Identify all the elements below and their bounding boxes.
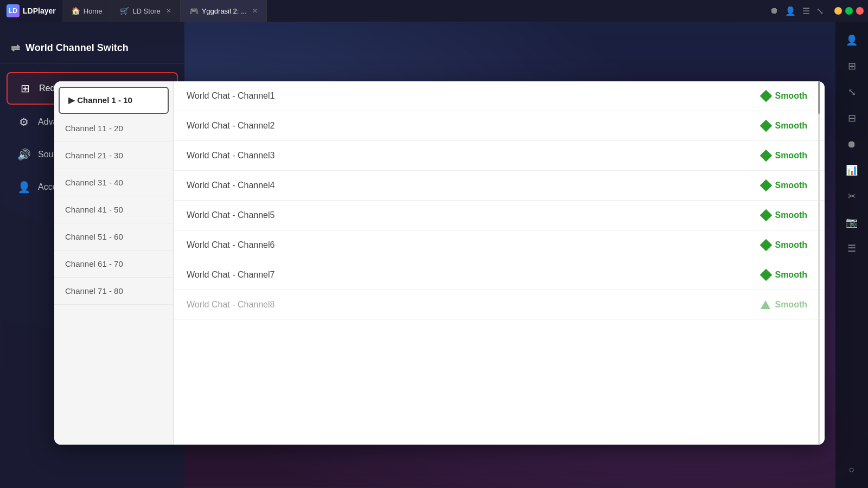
tab-yggdrasil[interactable]: 🎮 Yggdrasil 2: ... ✕ [181,0,267,22]
rs-grid-icon[interactable]: ⊞ [840,54,864,78]
tab-ldstore-label: LD Store [132,7,160,15]
status-icon-7 [760,269,773,281]
rs-layout-icon[interactable]: ⊟ [840,106,864,130]
channel-overlay: Channel 1 - 10 Channel 11 - 20 Channel 2… [54,81,825,445]
right-sidebar: 👤 ⊞ ⤡ ⊟ ⏺ 📊 ✂ 📷 ☰ ○ [835,22,868,488]
expand-icon[interactable]: ⤡ [816,6,824,16]
channel-name-2: World Chat - Channel2 [187,121,275,131]
channel-status-7: Smooth [762,270,807,280]
channel-status-label-6: Smooth [775,240,807,250]
status-icon-2 [760,120,773,132]
menu-icon[interactable]: ☰ [802,6,810,16]
channel-detail-pane: World Chat - Channel1 Smooth World Chat … [174,81,825,445]
app-name: LDPlayer [23,7,56,15]
channel-status-label-3: Smooth [775,151,807,160]
channel-status-label-5: Smooth [775,210,807,220]
sidebar-header: ⇌ World Channel Switch [0,33,184,63]
rs-camera-icon[interactable]: 📷 [840,210,864,234]
channel-row-4[interactable]: World Chat - Channel4 Smooth [174,171,825,201]
app-logo: LD LDPlayer [0,4,62,17]
channel-row-5[interactable]: World Chat - Channel5 Smooth [174,201,825,230]
rs-circle-icon[interactable]: ○ [840,458,864,481]
window-controls: – □ ✕ [830,7,868,15]
rs-profile-icon[interactable]: 👤 [840,28,864,52]
switch-icon: ⇌ [11,41,20,54]
record-icon[interactable]: ⏺ [770,6,778,16]
channel-group-list: Channel 1 - 10 Channel 11 - 20 Channel 2… [54,81,174,445]
main-content: ⇌ World Channel Switch ⊞ Redeem Code ⚙ A… [0,22,868,488]
channel-status-label-8: Smooth [775,300,807,310]
channel-row-6[interactable]: World Chat - Channel6 Smooth [174,230,825,260]
rs-resize-icon[interactable]: ⤡ [840,80,864,104]
channel-status-label-7: Smooth [775,270,807,280]
sidebar-title: World Channel Switch [25,42,129,54]
tab-home[interactable]: 🏠 Home [62,0,112,22]
tab-ldstore[interactable]: 🛒 LD Store ✕ [111,0,180,22]
minimize-button[interactable]: – [834,7,842,15]
tab-yggdrasil-close[interactable]: ✕ [252,7,258,15]
channel-status-5: Smooth [762,210,807,220]
channel-status-1: Smooth [762,91,807,101]
channel-group-71-80[interactable]: Channel 71 - 80 [54,278,173,305]
tab-bar: 🏠 Home 🛒 LD Store ✕ 🎮 Yggdrasil 2: ... ✕ [62,0,763,22]
channel-scrollbar-thumb[interactable] [818,81,820,114]
channel-row-2[interactable]: World Chat - Channel2 Smooth [174,111,825,141]
home-icon: 🏠 [71,7,80,15]
channel-status-label-4: Smooth [775,181,807,190]
status-icon-5 [760,209,773,222]
channel-scrollbar[interactable] [818,81,820,445]
channel-status-3: Smooth [762,151,807,160]
channel-name-8: World Chat - Channel8 [187,300,275,310]
status-icon-4 [760,179,773,192]
rs-chart-icon[interactable]: 📊 [840,158,864,182]
account-icon: 👤 [16,181,31,194]
redeem-icon: ⊞ [17,82,33,95]
channel-name-5: World Chat - Channel5 [187,210,275,220]
channel-name-3: World Chat - Channel3 [187,151,275,160]
channel-group-1-10[interactable]: Channel 1 - 10 [59,87,169,114]
rs-menu-icon[interactable]: ☰ [840,236,864,260]
channel-row-1[interactable]: World Chat - Channel1 Smooth [174,81,825,111]
close-button[interactable]: ✕ [856,7,864,15]
channel-group-41-50[interactable]: Channel 41 - 50 [54,196,173,223]
user-icon[interactable]: 👤 [785,6,796,16]
channel-group-31-40[interactable]: Channel 31 - 40 [54,169,173,196]
channel-row-7[interactable]: World Chat - Channel7 Smooth [174,260,825,290]
channel-group-61-70[interactable]: Channel 61 - 70 [54,251,173,278]
restore-button[interactable]: □ [845,7,853,15]
status-icon-1 [760,90,773,102]
channel-status-4: Smooth [762,181,807,190]
channel-name-4: World Chat - Channel4 [187,181,275,190]
status-icon-6 [760,239,773,252]
channel-status-2: Smooth [762,121,807,131]
status-icon-3 [760,150,773,162]
channel-row-3[interactable]: World Chat - Channel3 Smooth [174,141,825,171]
logo-icon: LD [7,4,20,17]
channel-status-6: Smooth [762,240,807,250]
settings-icon: ⚙ [16,115,31,129]
channel-name-6: World Chat - Channel6 [187,240,275,250]
channel-status-8: Smooth [761,300,807,310]
channel-status-label-1: Smooth [775,91,807,101]
channel-row-8[interactable]: World Chat - Channel8 Smooth [174,290,825,320]
channel-status-label-2: Smooth [775,121,807,131]
channel-name-7: World Chat - Channel7 [187,270,275,280]
tab-ldstore-close[interactable]: ✕ [166,7,171,15]
rs-record-icon[interactable]: ⏺ [840,132,864,156]
channel-group-51-60[interactable]: Channel 51 - 60 [54,223,173,251]
tab-yggdrasil-label: Yggdrasil 2: ... [202,7,247,15]
rs-scissors-icon[interactable]: ✂ [840,184,864,208]
ldstore-icon: 🛒 [120,7,129,15]
channel-group-21-30[interactable]: Channel 21 - 30 [54,142,173,169]
channel-name-1: World Chat - Channel1 [187,91,275,101]
status-icon-8 [761,300,770,309]
sound-icon: 🔊 [16,148,31,161]
titlebar-action-icons: ⏺ 👤 ☰ ⤡ [763,6,830,16]
titlebar: LD LDPlayer 🏠 Home 🛒 LD Store ✕ 🎮 Yggdra… [0,0,868,22]
channel-group-11-20[interactable]: Channel 11 - 20 [54,115,173,142]
tab-home-label: Home [84,7,103,15]
yggdrasil-icon: 🎮 [189,7,199,15]
